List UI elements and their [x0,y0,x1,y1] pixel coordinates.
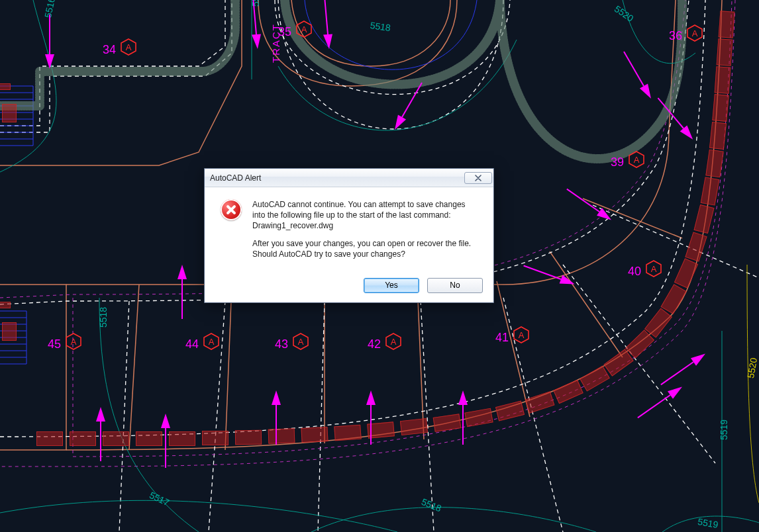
contour-label: 5518 [98,307,109,328]
lot-label: 36A [669,22,703,43]
lot-hex-icon: A [686,24,703,42]
autocad-alert-dialog: AutoCAD Alert AutoCAD cannot continue. Y… [204,168,494,303]
flow-arrow-icon [161,414,170,428]
svg-text:A: A [634,155,640,165]
flow-arrow-icon [272,390,281,405]
svg-text:A: A [209,337,215,347]
flow-arrow-icon [323,34,334,49]
error-icon [221,199,242,220]
dialog-titlebar[interactable]: AutoCAD Alert [205,169,493,187]
flow-arrow-icon [177,265,187,279]
lot-label: 35A [278,19,313,39]
svg-text:A: A [391,337,397,347]
lot-hex-icon: A [203,333,220,350]
dialog-filename: Drawing1_recover.dwg [252,221,333,230]
lot-label: 40A [628,258,662,279]
lot-number: 41 [495,331,509,344]
lot-number: 36 [669,29,682,42]
dialog-button-row: Yes No [205,274,493,302]
contour-label: 5519 [719,420,729,440]
lot-hex-icon: A [292,333,309,350]
lot-hex-icon: A [513,326,530,343]
lot-hex-icon: A [295,21,313,38]
lot-number: 43 [275,337,288,351]
dialog-message-line3: Should AutoCAD try to save your changes? [252,249,405,259]
lot-hex-icon: A [645,260,662,277]
lot-label: 45A [48,331,82,351]
dialog-message: AutoCAD cannot continue. You can attempt… [252,199,478,266]
svg-text:A: A [298,337,304,347]
lot-hex-icon: A [385,333,402,350]
yes-button[interactable]: Yes [364,278,419,293]
lot-label: 42A [368,331,402,351]
svg-text:A: A [301,24,307,34]
lot-number: 44 [185,337,199,351]
lot-label: 43A [275,331,309,351]
svg-text:A: A [71,337,77,347]
lot-hex-icon: A [628,151,645,168]
lot-number: 42 [368,337,381,351]
dialog-title: AutoCAD Alert [210,173,261,183]
close-icon [474,175,483,181]
dialog-close-button[interactable] [464,172,492,184]
svg-text:A: A [651,264,657,274]
lot-label: 34A [103,36,137,57]
dialog-body: AutoCAD cannot continue. You can attempt… [205,187,493,274]
flow-arrow-icon [45,54,54,69]
contour-label: 5517 [250,0,261,7]
svg-text:A: A [126,42,132,52]
flow-arrow-icon [458,390,468,405]
svg-text:A: A [519,330,525,340]
flow-arrow-icon [96,407,105,421]
lot-number: 34 [103,43,116,56]
lot-label: 39A [611,149,645,169]
lot-number: 45 [48,337,61,351]
no-button[interactable]: No [427,278,483,293]
lot-number: 40 [628,265,641,278]
flow-arrow-icon [366,390,376,405]
dialog-message-line1: AutoCAD cannot continue. You can attempt… [252,200,466,220]
lot-number: 35 [278,25,291,38]
lot-hex-icon: A [120,38,137,56]
dialog-message-line2: After you save your changes, you can ope… [252,239,471,248]
lot-label: 44A [185,331,220,351]
flow-arrow-icon [252,34,262,49]
svg-text:A: A [692,28,698,38]
lot-number: 39 [611,155,624,169]
lot-hex-icon: A [65,333,82,350]
lot-label: 41A [495,324,530,345]
